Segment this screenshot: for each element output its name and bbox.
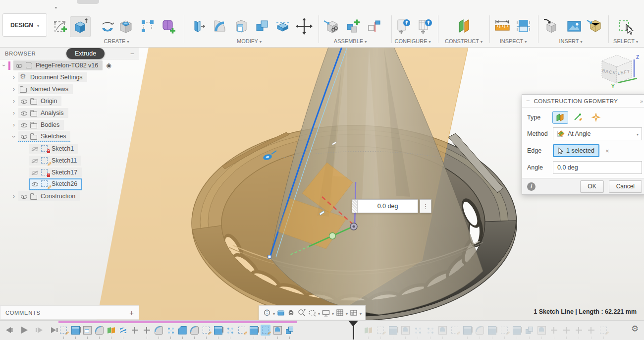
timeline-feature[interactable] (249, 325, 259, 336)
timeline-feature[interactable] (237, 325, 247, 336)
display-settings-button[interactable] (322, 308, 334, 317)
extrude-button[interactable] (70, 16, 91, 37)
timeline-feature[interactable] (82, 325, 92, 336)
timeline-feature[interactable] (272, 325, 282, 336)
sheetmetal-flange-button[interactable] (188, 16, 208, 36)
viewcube[interactable]: LEFT BACK Z Y (594, 49, 644, 94)
timeline-feature[interactable] (487, 325, 497, 336)
ribbon-tab[interactable] (147, 4, 148, 8)
timeline-feature[interactable] (154, 325, 163, 336)
timeline-settings-gear-icon[interactable] (631, 324, 639, 334)
fit-button[interactable] (308, 308, 320, 317)
modify-group-label[interactable]: MODIFY (237, 38, 262, 44)
timeline-feature[interactable] (106, 325, 116, 336)
step-forward-button[interactable] (34, 326, 45, 335)
split-body-button[interactable] (273, 16, 293, 36)
visibility-eye-icon[interactable] (20, 121, 28, 129)
visibility-eye-icon[interactable] (31, 145, 39, 153)
visibility-eye-icon[interactable] (31, 157, 39, 165)
timeline-feature[interactable] (388, 325, 398, 336)
expand-arrow-icon[interactable] (11, 110, 17, 116)
combine-button[interactable] (252, 16, 272, 36)
browser-item[interactable]: Sketches (0, 131, 139, 143)
visibility-eye-icon[interactable] (20, 192, 28, 200)
section-analysis-button[interactable] (514, 16, 534, 36)
insert-group-label[interactable]: INSERT (559, 38, 582, 44)
inspect-group-label[interactable]: INSPECT (500, 38, 527, 44)
timeline-feature[interactable] (177, 325, 187, 336)
insert-canvas-button[interactable] (564, 16, 584, 36)
timeline-feature[interactable] (70, 325, 80, 336)
ok-button[interactable]: OK (580, 180, 603, 193)
angle-value-box[interactable]: 0.0 deg (352, 199, 418, 213)
timeline-feature[interactable] (400, 325, 410, 336)
type-axis-button[interactable] (571, 112, 586, 123)
new-component-button[interactable] (322, 16, 341, 36)
visibility-eye-icon[interactable] (31, 180, 39, 188)
timeline-feature[interactable] (437, 325, 447, 336)
info-icon[interactable]: i (527, 182, 536, 191)
select-group-label[interactable]: SELECT (613, 38, 638, 44)
type-plane-button[interactable] (553, 112, 568, 123)
insert-derive-button[interactable] (541, 16, 561, 36)
toolbar-handle[interactable] (77, 0, 99, 4)
browser-item[interactable]: Analysis (0, 107, 139, 119)
activate-component-radio[interactable] (106, 62, 114, 69)
step-back-button[interactable] (4, 326, 15, 335)
browser-item[interactable]: Bodies (0, 119, 139, 131)
joint-button[interactable] (343, 16, 363, 36)
browser-item[interactable]: Origin (0, 95, 139, 107)
type-point-button[interactable] (589, 112, 603, 123)
create-group-label[interactable]: CREATE (104, 38, 129, 44)
ribbon-tab[interactable] (124, 4, 125, 8)
revolve-button[interactable] (98, 16, 117, 36)
timeline-feature[interactable] (574, 325, 584, 336)
pan-button[interactable] (287, 308, 296, 317)
browser-item[interactable]: Sketch17 (0, 167, 139, 178)
construct-plane-button[interactable] (454, 16, 474, 36)
timeline-feature[interactable] (94, 325, 104, 336)
construct-group-label[interactable]: CONSTRUCT (445, 38, 483, 44)
timeline-feature[interactable] (462, 325, 472, 336)
browser-item[interactable]: Sketch11 (0, 155, 139, 167)
hole-button[interactable] (116, 16, 136, 36)
cancel-button[interactable]: Cancel (609, 180, 642, 193)
timeline-feature[interactable] (537, 325, 546, 336)
mesh-edit-button[interactable] (138, 16, 158, 36)
insert-mesh-button[interactable] (585, 16, 605, 36)
visibility-eye-icon[interactable] (15, 61, 23, 69)
ribbon-tab[interactable] (78, 4, 79, 8)
timeline-feature[interactable] (450, 325, 460, 336)
browser-item[interactable]: PiegeFrelon-TO82 v16 (0, 59, 139, 71)
configure-group-label[interactable]: CONFIGURE (394, 38, 430, 44)
bend-button[interactable] (210, 16, 230, 36)
ribbon-tab[interactable] (55, 4, 56, 8)
visibility-eye-icon[interactable] (31, 169, 39, 176)
orbit-button[interactable] (263, 308, 275, 317)
expand-arrow-icon[interactable] (11, 86, 17, 93)
expand-arrow-icon[interactable] (11, 98, 17, 105)
browser-item[interactable]: Sketch26 (0, 178, 139, 190)
timeline-feature[interactable] (598, 325, 608, 336)
workspace-switcher[interactable]: DESIGN (2, 13, 47, 37)
visibility-eye-icon[interactable] (20, 132, 28, 140)
timeline-feature[interactable] (261, 325, 270, 336)
browser-item[interactable]: Construction (0, 190, 139, 202)
ribbon-tab[interactable] (169, 4, 170, 8)
browser-item[interactable]: Sketch1 (0, 143, 139, 155)
timeline-feature[interactable] (284, 325, 294, 336)
method-dropdown[interactable]: At Angle (553, 127, 642, 140)
expand-arrow-icon[interactable] (1, 62, 7, 69)
timeline-feature[interactable] (561, 325, 571, 336)
move-copy-button[interactable] (294, 16, 314, 36)
dialog-header[interactable]: − CONSTRUCTION GEOMETRY » (522, 95, 644, 108)
expand-arrow-icon[interactable] (11, 193, 17, 200)
timeline-feature[interactable] (189, 325, 199, 336)
go-to-end-button[interactable] (49, 326, 59, 335)
timeline-feature[interactable] (475, 325, 484, 336)
timeline-feature[interactable] (142, 325, 152, 336)
clear-selection-button[interactable]: × (605, 147, 609, 155)
timeline-feature[interactable] (363, 325, 373, 336)
play-button[interactable] (19, 326, 30, 335)
dialog-expand-icon[interactable]: » (640, 98, 643, 104)
